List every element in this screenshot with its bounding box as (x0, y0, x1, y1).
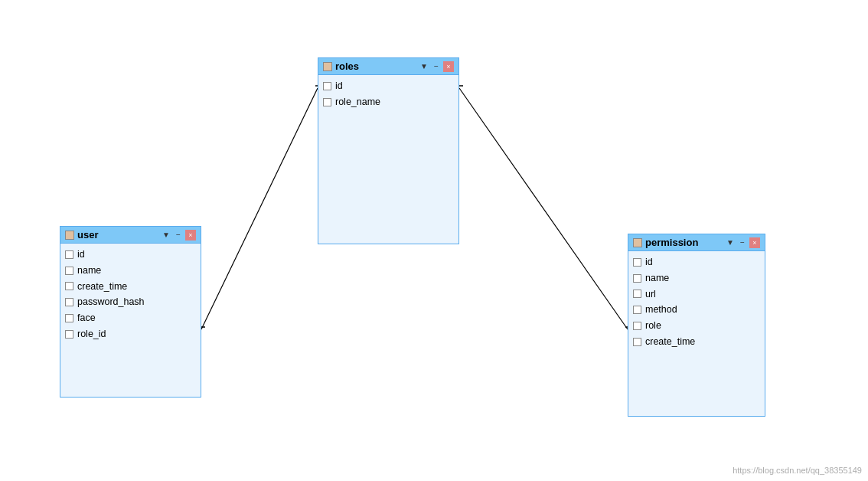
permission-field-method: method (633, 302, 760, 318)
permission-header-controls: ▼ − × (725, 237, 760, 248)
permission-minimize-btn[interactable]: − (737, 237, 748, 248)
permission-table-body: id name url method role create_time (628, 251, 765, 416)
permission-field-name: name (633, 270, 760, 286)
user-field-password-hash: password_hash (65, 294, 196, 310)
roles-header-controls: ▼ − × (419, 61, 454, 72)
roles-table: roles ▼ − × id role_name (318, 57, 459, 244)
user-id-checkbox[interactable] (65, 250, 73, 259)
permission-role-label: role (645, 319, 661, 333)
user-field-face: face (65, 310, 196, 326)
user-table-header: user ▼ − × (60, 227, 201, 244)
permission-url-checkbox[interactable] (633, 290, 641, 298)
roles-table-body: id role_name (318, 75, 458, 244)
permission-table: permission ▼ − × id name url method (628, 234, 765, 417)
permission-id-label: id (645, 255, 653, 270)
user-close-btn[interactable]: × (185, 230, 196, 240)
user-id-label: id (77, 247, 85, 262)
roles-table-title: roles (335, 61, 416, 72)
user-name-label: name (77, 263, 101, 278)
permission-method-checkbox[interactable] (633, 306, 641, 314)
user-field-create-time: create_time (65, 279, 196, 295)
user-create-time-checkbox[interactable] (65, 282, 73, 290)
roles-id-checkbox[interactable] (323, 82, 331, 90)
user-header-controls: ▼ − × (161, 230, 196, 240)
permission-field-id: id (633, 254, 760, 270)
svg-line-1 (459, 88, 628, 329)
user-face-label: face (77, 311, 96, 326)
user-name-checkbox[interactable] (65, 267, 73, 275)
permission-header-checkbox[interactable] (633, 238, 642, 247)
roles-field-id: id (323, 78, 454, 94)
user-dropdown-btn[interactable]: ▼ (161, 230, 171, 240)
roles-role-name-label: role_name (335, 95, 380, 110)
user-face-checkbox[interactable] (65, 314, 73, 322)
permission-method-label: method (645, 303, 677, 317)
permission-table-header: permission ▼ − × (628, 234, 765, 251)
permission-url-label: url (645, 287, 656, 302)
user-field-role-id: role_id (65, 326, 196, 342)
svg-line-0 (201, 88, 318, 329)
roles-role-name-checkbox[interactable] (323, 98, 331, 106)
roles-close-btn[interactable]: × (443, 61, 454, 72)
user-field-name: name (65, 263, 196, 279)
user-password-hash-checkbox[interactable] (65, 298, 73, 306)
user-role-id-label: role_id (77, 327, 106, 342)
user-minimize-btn[interactable]: − (173, 230, 184, 240)
user-table-title: user (77, 229, 158, 240)
roles-field-role-name: role_name (323, 94, 454, 110)
permission-table-title: permission (645, 237, 722, 248)
user-field-id: id (65, 247, 196, 263)
permission-id-checkbox[interactable] (633, 258, 641, 267)
permission-dropdown-btn[interactable]: ▼ (725, 237, 736, 248)
roles-minimize-btn[interactable]: − (431, 61, 442, 72)
user-role-id-checkbox[interactable] (65, 330, 73, 339)
permission-name-label: name (645, 271, 669, 286)
permission-field-url: url (633, 286, 760, 303)
roles-table-header: roles ▼ − × (318, 58, 458, 75)
permission-role-checkbox[interactable] (633, 322, 641, 330)
canvas: user ▼ − × id name create_time pass (0, 0, 868, 481)
roles-id-label: id (335, 79, 343, 93)
user-table: user ▼ − × id name create_time pass (60, 226, 201, 398)
permission-create-time-label: create_time (645, 335, 695, 349)
permission-close-btn[interactable]: × (749, 237, 760, 248)
watermark: https://blog.csdn.net/qq_38355149 (733, 466, 862, 475)
permission-field-role: role (633, 318, 760, 334)
user-table-body: id name create_time password_hash face r… (60, 244, 201, 397)
user-password-hash-label: password_hash (77, 295, 145, 309)
user-header-checkbox[interactable] (65, 231, 74, 240)
roles-dropdown-btn[interactable]: ▼ (419, 61, 429, 72)
permission-field-create-time: create_time (633, 334, 760, 350)
permission-create-time-checkbox[interactable] (633, 338, 641, 346)
permission-name-checkbox[interactable] (633, 274, 641, 283)
user-create-time-label: create_time (77, 280, 127, 294)
roles-header-checkbox[interactable] (323, 62, 332, 71)
